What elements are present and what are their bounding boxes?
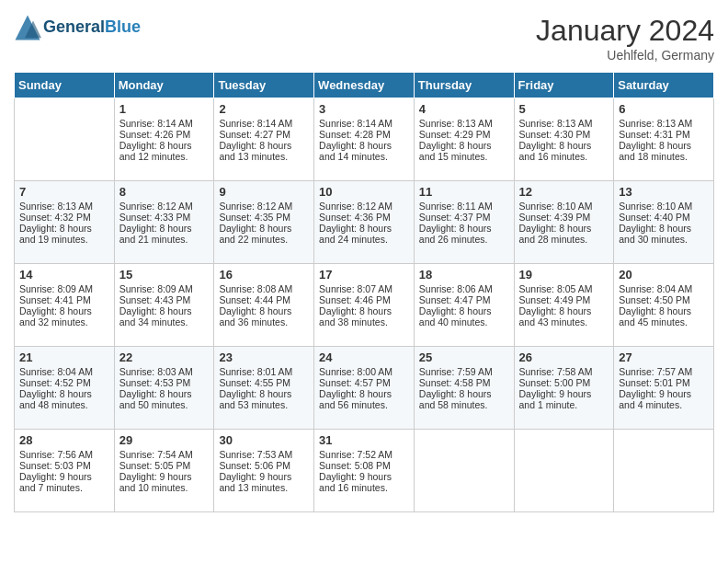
day-number: 22 <box>119 350 210 364</box>
calendar-day-cell: 8Sunrise: 8:12 AMSunset: 4:33 PMDaylight… <box>114 181 214 264</box>
sunrise-text: Sunrise: 8:14 AM <box>119 118 193 129</box>
day-number: 11 <box>419 185 509 199</box>
calendar-day-cell: 19Sunrise: 8:05 AMSunset: 4:49 PMDayligh… <box>514 264 614 347</box>
sunset-text: Sunset: 5:03 PM <box>19 460 91 471</box>
daylight-text: Daylight: 8 hours and 48 minutes. <box>19 388 92 410</box>
daylight-text: Daylight: 8 hours and 34 minutes. <box>119 305 192 327</box>
sunrise-text: Sunrise: 7:59 AM <box>419 366 493 377</box>
calendar-day-cell: 20Sunrise: 8:04 AMSunset: 4:50 PMDayligh… <box>614 264 714 347</box>
sunset-text: Sunset: 4:35 PM <box>219 212 290 223</box>
daylight-text: Daylight: 8 hours and 14 minutes. <box>319 140 392 162</box>
day-number: 12 <box>519 185 609 199</box>
day-number: 28 <box>19 433 109 447</box>
sunset-text: Sunset: 4:44 PM <box>219 294 290 305</box>
day-number: 9 <box>219 185 309 199</box>
sunset-text: Sunset: 4:57 PM <box>319 377 391 388</box>
sunset-text: Sunset: 4:28 PM <box>319 129 391 140</box>
calendar-day-cell: 11Sunrise: 8:11 AMSunset: 4:37 PMDayligh… <box>414 181 514 264</box>
calendar-week-row: 21Sunrise: 8:04 AMSunset: 4:52 PMDayligh… <box>15 347 714 430</box>
daylight-text: Daylight: 8 hours and 12 minutes. <box>119 140 192 162</box>
sunrise-text: Sunrise: 8:14 AM <box>319 118 392 129</box>
day-number: 8 <box>119 185 210 199</box>
day-number: 26 <box>519 350 609 364</box>
calendar-day-cell: 6Sunrise: 8:13 AMSunset: 4:31 PMDaylight… <box>614 98 714 181</box>
calendar-day-cell: 23Sunrise: 8:01 AMSunset: 4:55 PMDayligh… <box>214 347 314 430</box>
sunrise-text: Sunrise: 8:09 AM <box>119 283 193 294</box>
calendar-table: SundayMondayTuesdayWednesdayThursdayFrid… <box>14 72 714 512</box>
day-of-week-header: Tuesday <box>214 73 314 98</box>
sunrise-text: Sunrise: 8:05 AM <box>519 283 593 294</box>
day-number: 13 <box>619 185 709 199</box>
sunrise-text: Sunrise: 8:08 AM <box>219 283 292 294</box>
calendar-week-row: 7Sunrise: 8:13 AMSunset: 4:32 PMDaylight… <box>15 181 714 264</box>
day-number: 30 <box>219 433 309 447</box>
sunset-text: Sunset: 5:05 PM <box>119 460 191 471</box>
sunrise-text: Sunrise: 8:10 AM <box>619 201 692 212</box>
daylight-text: Daylight: 9 hours and 7 minutes. <box>19 471 92 493</box>
calendar-day-cell: 17Sunrise: 8:07 AMSunset: 4:46 PMDayligh… <box>314 264 415 347</box>
sunset-text: Sunset: 4:29 PM <box>419 129 491 140</box>
daylight-text: Daylight: 8 hours and 38 minutes. <box>319 305 392 327</box>
daylight-text: Daylight: 8 hours and 45 minutes. <box>619 305 691 327</box>
sunrise-text: Sunrise: 8:12 AM <box>119 201 193 212</box>
calendar-day-cell: 16Sunrise: 8:08 AMSunset: 4:44 PMDayligh… <box>214 264 314 347</box>
day-of-week-header: Sunday <box>15 73 115 98</box>
sunrise-text: Sunrise: 8:07 AM <box>319 283 392 294</box>
page-header: GeneralBlue January 2024 Uehlfeld, Germa… <box>14 14 714 63</box>
calendar-day-cell: 31Sunrise: 7:52 AMSunset: 5:08 PMDayligh… <box>314 430 415 512</box>
sunset-text: Sunset: 4:26 PM <box>119 129 191 140</box>
sunset-text: Sunset: 4:53 PM <box>119 377 191 388</box>
sunrise-text: Sunrise: 8:03 AM <box>119 366 193 377</box>
sunset-text: Sunset: 5:01 PM <box>619 377 690 388</box>
day-of-week-header: Friday <box>514 73 614 98</box>
day-of-week-header: Monday <box>114 73 214 98</box>
daylight-text: Daylight: 8 hours and 40 minutes. <box>419 305 492 327</box>
calendar-day-cell <box>614 430 714 512</box>
calendar-day-cell: 12Sunrise: 8:10 AMSunset: 4:39 PMDayligh… <box>514 181 614 264</box>
daylight-text: Daylight: 8 hours and 22 minutes. <box>219 223 291 245</box>
daylight-text: Daylight: 9 hours and 4 minutes. <box>619 388 691 410</box>
sunrise-text: Sunrise: 8:13 AM <box>19 201 93 212</box>
calendar-day-cell: 13Sunrise: 8:10 AMSunset: 4:40 PMDayligh… <box>614 181 714 264</box>
day-number: 5 <box>519 102 609 116</box>
logo: GeneralBlue <box>14 14 141 41</box>
sunset-text: Sunset: 4:50 PM <box>619 294 690 305</box>
calendar-day-cell <box>15 98 115 181</box>
sunset-text: Sunset: 5:00 PM <box>519 377 591 388</box>
sunrise-text: Sunrise: 7:56 AM <box>19 449 93 460</box>
sunset-text: Sunset: 4:46 PM <box>319 294 391 305</box>
sunrise-text: Sunrise: 8:13 AM <box>619 118 692 129</box>
daylight-text: Daylight: 8 hours and 26 minutes. <box>419 223 492 245</box>
calendar-day-cell: 1Sunrise: 8:14 AMSunset: 4:26 PMDaylight… <box>114 98 214 181</box>
daylight-text: Daylight: 9 hours and 16 minutes. <box>319 471 392 493</box>
sunrise-text: Sunrise: 8:13 AM <box>519 118 593 129</box>
daylight-text: Daylight: 8 hours and 18 minutes. <box>619 140 691 162</box>
sunset-text: Sunset: 5:06 PM <box>219 460 290 471</box>
calendar-day-cell: 7Sunrise: 8:13 AMSunset: 4:32 PMDaylight… <box>15 181 115 264</box>
daylight-text: Daylight: 8 hours and 24 minutes. <box>319 223 392 245</box>
daylight-text: Daylight: 8 hours and 19 minutes. <box>19 223 92 245</box>
daylight-text: Daylight: 8 hours and 16 minutes. <box>519 140 592 162</box>
calendar-day-cell: 21Sunrise: 8:04 AMSunset: 4:52 PMDayligh… <box>15 347 115 430</box>
sunset-text: Sunset: 4:36 PM <box>319 212 391 223</box>
sunrise-text: Sunrise: 8:06 AM <box>419 283 493 294</box>
logo-text: GeneralBlue <box>43 18 141 37</box>
day-of-week-header: Saturday <box>614 73 714 98</box>
sunrise-text: Sunrise: 8:00 AM <box>319 366 392 377</box>
day-number: 14 <box>19 268 109 282</box>
sunrise-text: Sunrise: 8:13 AM <box>419 118 493 129</box>
title-block: January 2024 Uehlfeld, Germany <box>536 14 714 63</box>
sunrise-text: Sunrise: 8:14 AM <box>219 118 292 129</box>
sunrise-text: Sunrise: 7:54 AM <box>119 449 193 460</box>
sunrise-text: Sunrise: 8:04 AM <box>619 283 692 294</box>
calendar-day-cell <box>414 430 514 512</box>
location-subtitle: Uehlfeld, Germany <box>536 48 714 63</box>
day-number: 10 <box>319 185 409 199</box>
day-number: 16 <box>219 268 309 282</box>
day-number: 1 <box>119 102 210 116</box>
day-number: 3 <box>319 102 409 116</box>
day-number: 4 <box>419 102 509 116</box>
sunrise-text: Sunrise: 8:01 AM <box>219 366 292 377</box>
calendar-day-cell: 25Sunrise: 7:59 AMSunset: 4:58 PMDayligh… <box>414 347 514 430</box>
sunset-text: Sunset: 4:32 PM <box>19 212 91 223</box>
